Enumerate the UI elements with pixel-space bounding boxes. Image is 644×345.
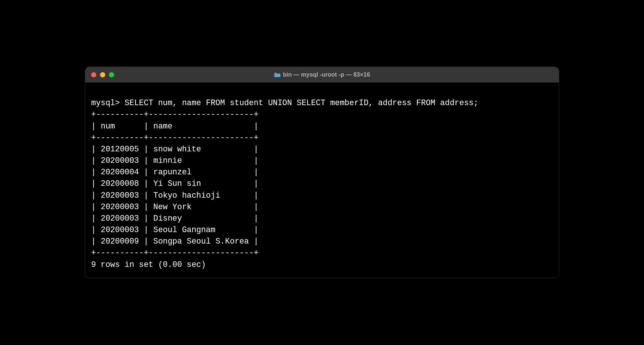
folder-icon: [274, 72, 280, 77]
table-header: | num | name |: [91, 121, 553, 132]
table-row: | 20200003 | Tokyo hachioji |: [91, 190, 553, 201]
title-bar[interactable]: bin — mysql -uroot -p — 83×16: [85, 67, 559, 83]
sql-query: SELECT num, name FROM student UNION SELE…: [125, 98, 478, 107]
close-button[interactable]: [91, 72, 96, 77]
table-border-bottom: +----------+----------------------+: [91, 247, 553, 259]
table-row: | 20120005 | snow white |: [91, 144, 553, 155]
mysql-prompt: mysql>: [91, 98, 120, 107]
table-row: | 20200008 | Yi Sun sin |: [91, 178, 553, 190]
terminal-body[interactable]: mysql> SELECT num, name FROM student UNI…: [85, 83, 559, 278]
table-row: | 20200003 | Disney |: [91, 213, 553, 224]
query-line: mysql> SELECT num, name FROM student UNI…: [91, 97, 553, 109]
table-row: | 20200004 | rapunzel |: [91, 167, 553, 178]
table-row: | 20200003 | Seoul Gangnam |: [91, 224, 553, 236]
terminal-window: bin — mysql -uroot -p — 83×16 mysql> SEL…: [85, 67, 559, 278]
window-controls: [91, 72, 114, 77]
table-row: | 20200003 | minnie |: [91, 155, 553, 167]
table-row: | 20200009 | Songpa Seoul S.Korea |: [91, 236, 553, 247]
result-footer: 9 rows in set (0.00 sec): [91, 259, 553, 271]
window-title: bin — mysql -uroot -p — 83×16: [274, 71, 370, 78]
table-border-mid: +----------+----------------------+: [91, 132, 553, 144]
window-title-text: bin — mysql -uroot -p — 83×16: [283, 71, 370, 78]
table-border-top: +----------+----------------------+: [91, 109, 553, 120]
minimize-button[interactable]: [100, 72, 105, 77]
table-row: | 20200003 | New York |: [91, 201, 553, 213]
maximize-button[interactable]: [109, 72, 114, 77]
